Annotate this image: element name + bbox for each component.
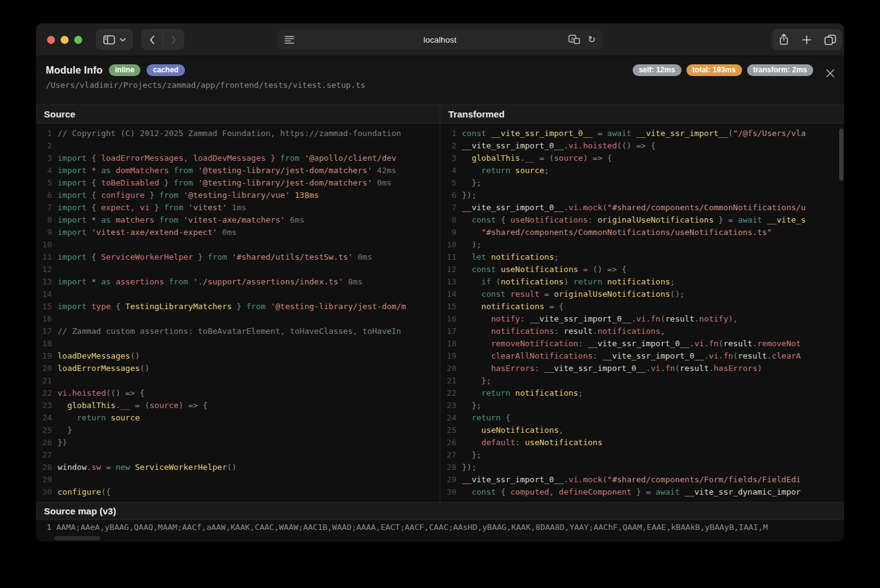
sidebar-toggle-group[interactable] [96, 29, 133, 50]
line-number: 9 [440, 226, 456, 239]
line-number: 6 [36, 189, 52, 202]
code-line: 30configure({ [36, 486, 440, 498]
zoom-window-button[interactable] [74, 36, 82, 44]
code-line: 28window.sw = new ServiceWorkerHelper() [36, 461, 440, 474]
sidebar-icon[interactable] [103, 35, 115, 45]
self-time-badge: self: 12ms [633, 64, 681, 76]
line-number: 29 [440, 474, 456, 486]
translate-icon[interactable]: A [568, 35, 580, 45]
tab-overview-icon[interactable] [824, 35, 836, 45]
new-tab-icon[interactable] [802, 35, 811, 45]
code-line: 5 }; [440, 177, 844, 189]
code-panels: Source 1// Copyright (C) 2012-2025 Zamma… [36, 104, 844, 502]
code-line: 21 }; [440, 375, 844, 387]
back-button[interactable] [145, 35, 159, 45]
code-line: 23 }; [440, 399, 844, 412]
code-line: 29 [36, 474, 440, 486]
line-number: 13 [440, 276, 456, 288]
url-text[interactable]: localhost [277, 35, 603, 45]
line-number: 15 [440, 300, 456, 313]
sourcemap-line-number: 1 [36, 520, 51, 535]
chevron-down-icon[interactable] [119, 38, 126, 42]
line-number: 11 [440, 251, 456, 263]
code-line: 6}); [440, 189, 844, 202]
source-panel: Source 1// Copyright (C) 2012-2025 Zamma… [36, 105, 440, 502]
sourcemap-title: Source map (v3) [36, 502, 844, 520]
code-line: 4 return source; [440, 164, 844, 177]
browser-titlebar: localhost A ↻ [36, 23, 844, 56]
line-number: 11 [36, 251, 52, 263]
address-bar[interactable]: localhost A ↻ [277, 30, 603, 49]
line-number: 5 [36, 177, 52, 189]
code-line: 24 return { [440, 412, 844, 424]
line-number: 30 [36, 486, 52, 498]
line-number: 24 [440, 412, 456, 424]
line-number: 1 [440, 127, 456, 140]
line-number: 26 [36, 437, 52, 449]
line-number: 10 [440, 239, 456, 251]
line-number: 16 [440, 313, 456, 325]
line-number: 8 [36, 214, 52, 226]
code-line: 21 [36, 375, 440, 387]
vertical-scrollbar[interactable] [839, 129, 844, 181]
code-line: 13 if (notifications) return notificatio… [440, 276, 844, 288]
line-number: 21 [36, 375, 52, 387]
line-number: 15 [36, 300, 52, 313]
horizontal-scrollbar[interactable] [54, 536, 100, 540]
line-number: 18 [36, 338, 52, 350]
close-window-button[interactable] [47, 36, 55, 44]
forward-button[interactable] [167, 35, 181, 45]
code-line: 3 globalThis.__ = (source) => { [440, 152, 844, 164]
code-line: 22 return notifications; [440, 387, 844, 399]
line-number: 3 [440, 152, 456, 164]
code-line: 26 default: useNotifications [440, 437, 844, 449]
total-time-badge: total: 193ms [686, 64, 742, 76]
code-line: 18 [36, 338, 440, 350]
code-line: 17// Zammad custom assertions: toBeAvata… [36, 325, 440, 338]
code-line: 2__vite_ssr_import_0__.vi.hoisted(() => … [440, 140, 844, 152]
code-line: 15 notifications = { [440, 300, 844, 313]
code-line: 28}); [440, 461, 844, 474]
code-line: 27 [36, 449, 440, 461]
code-line: 15import type { TestingLibraryMatchers }… [36, 300, 440, 313]
line-number: 19 [440, 350, 456, 362]
line-number: 1 [36, 127, 52, 140]
reload-icon[interactable]: ↻ [587, 35, 596, 45]
code-line: 18 removeNotification: __vite_ssr_import… [440, 338, 844, 350]
line-number: 25 [36, 424, 52, 437]
code-line: 19 clearAllNotifications: __vite_ssr_imp… [440, 350, 844, 362]
transformed-code-editor[interactable]: 1const __vite_ssr_import_0__ = await __v… [440, 124, 844, 502]
line-number: 3 [36, 152, 52, 164]
sourcemap-body: 1 AAMA;AAeA,yBAAG,QAAQ,MAAM;AACf,aAAW,KA… [36, 520, 844, 542]
line-number: 5 [440, 177, 456, 189]
line-number: 16 [36, 313, 52, 325]
code-line: 11 let notifications; [440, 251, 844, 263]
line-number: 12 [440, 263, 456, 276]
minimize-window-button[interactable] [61, 36, 69, 44]
line-number: 30 [440, 486, 456, 498]
share-icon[interactable] [779, 33, 789, 46]
code-line: 14 [36, 288, 440, 300]
code-line: 8 const { useNotifications: originalUseN… [440, 214, 844, 226]
code-line: 3import { loadErrorMessages, loadDevMess… [36, 152, 440, 164]
module-info-header: Module Info inline cached self: 12ms tot… [36, 56, 844, 104]
line-number: 17 [36, 325, 52, 338]
browser-window: localhost A ↻ [36, 23, 844, 542]
line-number: 22 [36, 387, 52, 399]
code-line: 24 return source [36, 412, 440, 424]
code-line: 25 } [36, 424, 440, 437]
transformed-panel-title: Transformed [440, 105, 844, 124]
close-icon[interactable] [824, 67, 835, 79]
code-line: 8import * as matchers from 'vitest-axe/m… [36, 214, 440, 226]
traffic-lights [47, 36, 82, 44]
code-line: 23 globalThis.__ = (source) => { [36, 399, 440, 412]
line-number: 9 [36, 226, 52, 239]
code-line: 1// Copyright (C) 2012-2025 Zammad Found… [36, 127, 440, 140]
source-code-editor[interactable]: 1// Copyright (C) 2012-2025 Zammad Found… [36, 124, 440, 502]
code-line: 6import { configure } from '@testing-lib… [36, 189, 440, 202]
line-number: 20 [36, 362, 52, 375]
navigation-buttons [141, 29, 184, 50]
line-number: 4 [440, 164, 456, 177]
toolbar-right-group [772, 29, 842, 50]
line-number: 13 [36, 276, 52, 288]
